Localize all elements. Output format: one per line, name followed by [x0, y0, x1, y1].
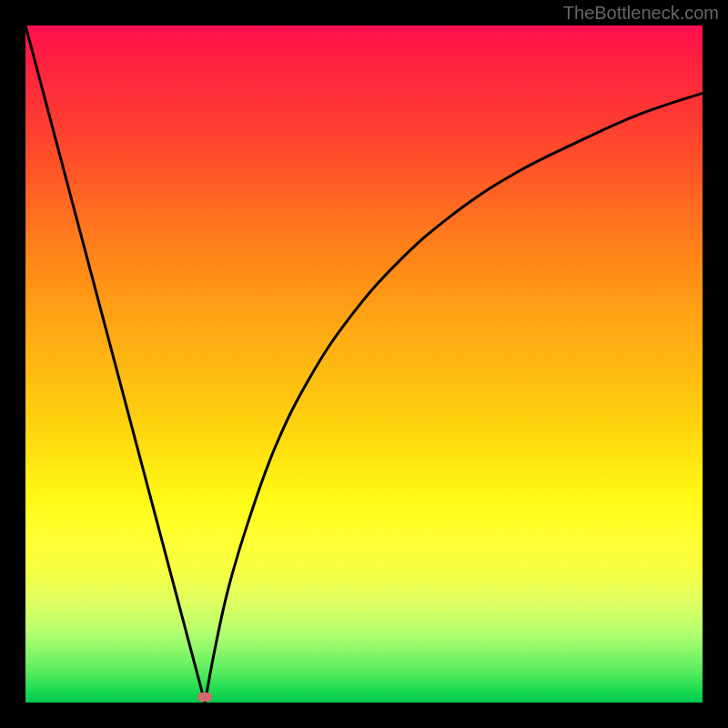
chart-background: [25, 25, 703, 703]
bottleneck-curve: [25, 25, 703, 703]
chart-svg: [25, 25, 703, 703]
optimal-point-marker: [197, 693, 212, 702]
chart-area: [25, 25, 703, 703]
watermark-text: TheBottleneck.com: [563, 3, 719, 24]
